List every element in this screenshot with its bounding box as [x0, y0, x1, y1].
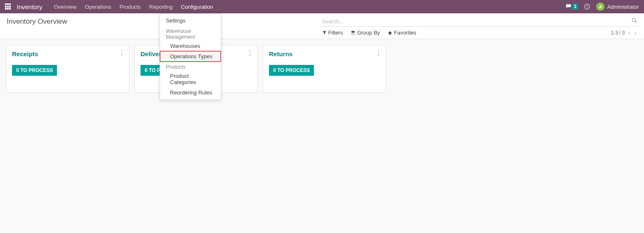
- pager-text: 1-3 / 3: [611, 30, 625, 36]
- pager: 1-3 / 3 ‹ ›: [611, 29, 637, 36]
- chat-icon: [565, 4, 572, 10]
- pager-prev[interactable]: ‹: [627, 29, 631, 36]
- nav-reporting[interactable]: Reporting: [145, 0, 177, 13]
- dd-warehouses[interactable]: Warehouses: [160, 41, 221, 51]
- nav-products[interactable]: Products: [115, 0, 145, 13]
- filters-label: Filters: [328, 30, 343, 36]
- nav-configuration[interactable]: Configuration: [177, 0, 217, 13]
- messages-badge: 1: [572, 4, 578, 10]
- card-menu-icon[interactable]: ⋮: [375, 50, 382, 56]
- avatar: A: [596, 2, 605, 11]
- clock-icon[interactable]: [584, 3, 590, 10]
- card-receipts: Receipts 0 TO PROCESS ⋮: [6, 45, 129, 93]
- card-title[interactable]: Receipts: [12, 50, 123, 57]
- top-navbar: Inventory Overview Operations Products R…: [0, 0, 644, 13]
- app-title[interactable]: Inventory: [17, 3, 42, 10]
- search-input[interactable]: [322, 17, 638, 27]
- card-title[interactable]: Returns: [269, 50, 380, 57]
- dd-product-categories[interactable]: Product Categories: [160, 71, 221, 87]
- search-icon[interactable]: [632, 17, 637, 23]
- dd-header-products: Products: [160, 62, 221, 71]
- configuration-dropdown: Settings Warehouse Management Warehouses…: [160, 13, 221, 100]
- dd-operations-types[interactable]: Operations Types: [160, 51, 221, 62]
- user-menu[interactable]: A Administrator: [596, 2, 639, 11]
- svg-line-2: [635, 21, 637, 23]
- control-bar: Inventory Overview Filters Group By Favo…: [0, 13, 644, 39]
- layers-icon: [350, 30, 355, 35]
- groupby-label: Group By: [357, 30, 380, 36]
- pager-next[interactable]: ›: [634, 29, 637, 36]
- favorites-label: Favorites: [394, 30, 416, 36]
- svg-point-1: [632, 18, 636, 22]
- apps-grid-icon[interactable]: [5, 3, 12, 10]
- nav-operations[interactable]: Operations: [81, 0, 116, 13]
- funnel-icon: [322, 30, 327, 35]
- messaging-button[interactable]: 1: [565, 4, 578, 10]
- card-process-button[interactable]: 0 TO PROCESS: [269, 65, 314, 76]
- kanban-container: Receipts 0 TO PROCESS ⋮ Delivery Orders …: [0, 39, 644, 99]
- favorites-button[interactable]: Favorites: [387, 30, 416, 36]
- card-process-button[interactable]: 0 TO PROCESS: [12, 65, 57, 76]
- dd-settings[interactable]: Settings: [160, 15, 221, 26]
- filters-button[interactable]: Filters: [322, 30, 343, 36]
- groupby-button[interactable]: Group By: [350, 30, 380, 36]
- user-name: Administrator: [607, 4, 639, 10]
- dd-header-warehouse: Warehouse Management: [160, 26, 221, 41]
- nav-overview[interactable]: Overview: [50, 0, 81, 13]
- card-menu-icon[interactable]: ⋮: [118, 50, 125, 56]
- card-returns: Returns 0 TO PROCESS ⋮: [263, 45, 386, 93]
- dd-reordering-rules[interactable]: Reordering Rules: [160, 87, 221, 98]
- card-menu-icon[interactable]: ⋮: [247, 50, 253, 56]
- star-icon: [387, 30, 392, 35]
